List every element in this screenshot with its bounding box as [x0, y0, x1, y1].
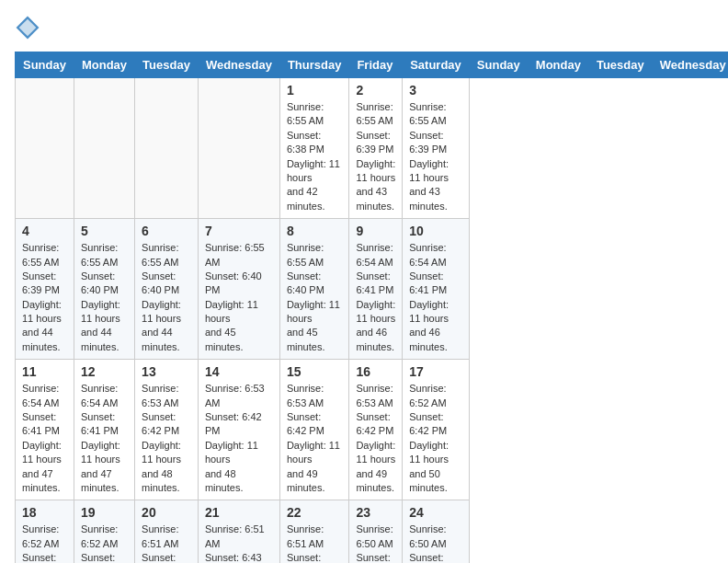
day-cell: 22Sunrise: 6:51 AM Sunset: 6:43 PM Dayli…	[279, 500, 349, 563]
day-number: 1	[287, 83, 343, 98]
day-info: Sunrise: 6:53 AM Sunset: 6:42 PM Dayligh…	[142, 382, 191, 495]
day-number: 10	[409, 224, 462, 238]
day-info: Sunrise: 6:55 AM Sunset: 6:39 PM Dayligh…	[356, 100, 395, 213]
day-info: Sunrise: 6:55 AM Sunset: 6:40 PM Dayligh…	[287, 241, 343, 354]
day-cell: 5Sunrise: 6:55 AM Sunset: 6:40 PM Daylig…	[74, 219, 134, 360]
day-number: 17	[409, 364, 462, 379]
day-info: Sunrise: 6:53 AM Sunset: 6:42 PM Dayligh…	[356, 382, 395, 495]
col-header-friday: Friday	[349, 52, 403, 78]
day-cell: 21Sunrise: 6:51 AM Sunset: 6:43 PM Dayli…	[198, 500, 279, 563]
day-number: 19	[81, 505, 128, 520]
day-number: 20	[142, 505, 191, 520]
day-cell	[16, 78, 74, 219]
col-header-sunday: Sunday	[16, 52, 74, 78]
week-row-4: 18Sunrise: 6:52 AM Sunset: 6:43 PM Dayli…	[16, 500, 729, 563]
day-cell: 16Sunrise: 6:53 AM Sunset: 6:42 PM Dayli…	[349, 360, 403, 500]
svg-marker-1	[19, 19, 37, 37]
day-info: Sunrise: 6:55 AM Sunset: 6:39 PM Dayligh…	[22, 241, 67, 354]
day-cell: 13Sunrise: 6:53 AM Sunset: 6:42 PM Dayli…	[135, 360, 199, 500]
day-cell: 1Sunrise: 6:55 AM Sunset: 6:38 PM Daylig…	[279, 78, 349, 219]
day-info: Sunrise: 6:55 AM Sunset: 6:40 PM Dayligh…	[205, 241, 273, 354]
day-info: Sunrise: 6:51 AM Sunset: 6:43 PM Dayligh…	[205, 523, 273, 563]
col-header-wednesday: Wednesday	[198, 52, 279, 78]
page-header	[15, 15, 713, 40]
col-header-sunday: Sunday	[469, 52, 528, 78]
day-number: 5	[81, 224, 128, 238]
day-cell: 17Sunrise: 6:52 AM Sunset: 6:42 PM Dayli…	[403, 360, 470, 500]
col-header-wednesday: Wednesday	[652, 52, 728, 78]
day-number: 22	[287, 505, 343, 520]
day-cell: 2Sunrise: 6:55 AM Sunset: 6:39 PM Daylig…	[349, 78, 403, 219]
day-info: Sunrise: 6:53 AM Sunset: 6:42 PM Dayligh…	[287, 382, 343, 495]
day-cell: 4Sunrise: 6:55 AM Sunset: 6:39 PM Daylig…	[16, 219, 74, 360]
day-cell	[198, 78, 279, 219]
day-number: 9	[356, 224, 395, 238]
day-cell: 23Sunrise: 6:50 AM Sunset: 6:43 PM Dayli…	[349, 500, 403, 563]
day-cell: 15Sunrise: 6:53 AM Sunset: 6:42 PM Dayli…	[279, 360, 349, 500]
day-cell: 9Sunrise: 6:54 AM Sunset: 6:41 PM Daylig…	[349, 219, 403, 360]
day-info: Sunrise: 6:54 AM Sunset: 6:41 PM Dayligh…	[409, 241, 462, 354]
day-info: Sunrise: 6:51 AM Sunset: 6:43 PM Dayligh…	[142, 523, 191, 563]
day-number: 4	[22, 224, 67, 238]
calendar-header-row: SundayMondayTuesdayWednesdayThursdayFrid…	[16, 52, 729, 78]
col-header-thursday: Thursday	[279, 52, 349, 78]
day-info: Sunrise: 6:55 AM Sunset: 6:39 PM Dayligh…	[409, 100, 462, 213]
week-row-3: 11Sunrise: 6:54 AM Sunset: 6:41 PM Dayli…	[16, 360, 729, 500]
calendar-table: SundayMondayTuesdayWednesdayThursdayFrid…	[15, 52, 728, 563]
col-header-saturday: Saturday	[403, 52, 470, 78]
day-info: Sunrise: 6:55 AM Sunset: 6:40 PM Dayligh…	[142, 241, 191, 354]
day-info: Sunrise: 6:55 AM Sunset: 6:38 PM Dayligh…	[287, 100, 343, 213]
day-cell: 3Sunrise: 6:55 AM Sunset: 6:39 PM Daylig…	[403, 78, 470, 219]
day-cell: 8Sunrise: 6:55 AM Sunset: 6:40 PM Daylig…	[279, 219, 349, 360]
day-number: 24	[409, 505, 462, 520]
day-number: 16	[356, 364, 395, 379]
day-cell: 24Sunrise: 6:50 AM Sunset: 6:43 PM Dayli…	[403, 500, 470, 563]
day-number: 12	[81, 364, 128, 379]
logo-icon	[15, 15, 40, 40]
day-number: 21	[205, 505, 273, 520]
day-info: Sunrise: 6:51 AM Sunset: 6:43 PM Dayligh…	[287, 523, 343, 563]
day-number: 11	[22, 364, 67, 379]
day-cell: 7Sunrise: 6:55 AM Sunset: 6:40 PM Daylig…	[198, 219, 279, 360]
day-cell: 19Sunrise: 6:52 AM Sunset: 6:43 PM Dayli…	[74, 500, 134, 563]
day-cell: 6Sunrise: 6:55 AM Sunset: 6:40 PM Daylig…	[135, 219, 199, 360]
day-cell: 12Sunrise: 6:54 AM Sunset: 6:41 PM Dayli…	[74, 360, 134, 500]
day-number: 8	[287, 224, 343, 238]
col-header-tuesday: Tuesday	[135, 52, 199, 78]
day-number: 2	[356, 83, 395, 98]
day-cell: 18Sunrise: 6:52 AM Sunset: 6:43 PM Dayli…	[16, 500, 74, 563]
logo	[15, 15, 44, 40]
day-cell	[74, 78, 134, 219]
day-info: Sunrise: 6:54 AM Sunset: 6:41 PM Dayligh…	[356, 241, 395, 354]
day-number: 18	[22, 505, 67, 520]
week-row-2: 4Sunrise: 6:55 AM Sunset: 6:39 PM Daylig…	[16, 219, 729, 360]
day-info: Sunrise: 6:53 AM Sunset: 6:42 PM Dayligh…	[205, 382, 273, 495]
day-cell: 14Sunrise: 6:53 AM Sunset: 6:42 PM Dayli…	[198, 360, 279, 500]
day-cell: 10Sunrise: 6:54 AM Sunset: 6:41 PM Dayli…	[403, 219, 470, 360]
col-header-tuesday: Tuesday	[588, 52, 652, 78]
day-info: Sunrise: 6:50 AM Sunset: 6:43 PM Dayligh…	[356, 523, 395, 563]
day-number: 13	[142, 364, 191, 379]
day-info: Sunrise: 6:54 AM Sunset: 6:41 PM Dayligh…	[81, 382, 128, 495]
day-info: Sunrise: 6:50 AM Sunset: 6:43 PM Dayligh…	[409, 523, 462, 563]
day-info: Sunrise: 6:55 AM Sunset: 6:40 PM Dayligh…	[81, 241, 128, 354]
day-number: 23	[356, 505, 395, 520]
day-info: Sunrise: 6:54 AM Sunset: 6:41 PM Dayligh…	[22, 382, 67, 495]
week-row-1: 1Sunrise: 6:55 AM Sunset: 6:38 PM Daylig…	[16, 78, 729, 219]
day-info: Sunrise: 6:52 AM Sunset: 6:43 PM Dayligh…	[81, 523, 128, 563]
day-cell: 11Sunrise: 6:54 AM Sunset: 6:41 PM Dayli…	[16, 360, 74, 500]
col-header-monday: Monday	[528, 52, 588, 78]
day-cell: 20Sunrise: 6:51 AM Sunset: 6:43 PM Dayli…	[135, 500, 199, 563]
day-info: Sunrise: 6:52 AM Sunset: 6:43 PM Dayligh…	[22, 523, 67, 563]
day-number: 6	[142, 224, 191, 238]
day-cell	[135, 78, 199, 219]
day-info: Sunrise: 6:52 AM Sunset: 6:42 PM Dayligh…	[409, 382, 462, 495]
day-number: 3	[409, 83, 462, 98]
col-header-monday: Monday	[74, 52, 134, 78]
day-number: 15	[287, 364, 343, 379]
day-number: 14	[205, 364, 273, 379]
day-number: 7	[205, 224, 273, 238]
